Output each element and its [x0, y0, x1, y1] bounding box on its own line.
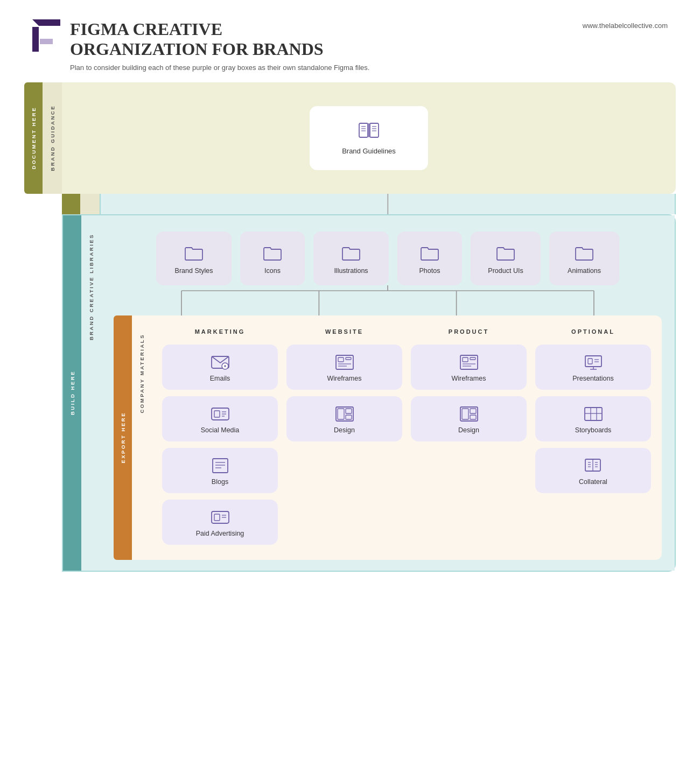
website-wireframes-label: Wireframes: [327, 375, 362, 382]
product-column: PRODUCT Wireframes: [411, 328, 527, 545]
folder-icon: [263, 244, 282, 262]
illustrations-label: Illustrations: [334, 267, 368, 275]
website-design-label: Design: [334, 426, 355, 434]
document-here-label: DOCUMENT HERE: [24, 82, 43, 194]
header-url: www.thelabelcollective.com: [583, 22, 668, 30]
export-here-label: EXPORT HERE: [114, 315, 132, 560]
collateral-label: Collateral: [579, 478, 607, 486]
tree-connector-area: [119, 285, 656, 315]
brand-guidelines-card: Brand Guidelines: [310, 106, 428, 170]
mat-card-blogs: Blogs: [162, 448, 278, 493]
svg-rect-56: [588, 359, 592, 364]
svg-rect-3: [359, 123, 368, 137]
library-card-photos: Photos: [397, 231, 462, 285]
svg-rect-1: [32, 27, 39, 52]
mat-card-website-wireframes: Wireframes: [286, 345, 402, 390]
emails-label: Emails: [210, 375, 230, 382]
svg-rect-2: [40, 39, 53, 44]
social-media-label: Social Media: [201, 426, 240, 434]
mat-card-paid-advertising: Paid Advertising: [162, 500, 278, 545]
marketing-column: MARKETING Emails: [162, 328, 278, 545]
svg-rect-49: [460, 407, 478, 421]
website-header: WEBSITE: [286, 328, 402, 335]
paid-advertising-icon: [211, 509, 230, 525]
logo-icon: [32, 19, 60, 52]
svg-rect-37: [346, 357, 351, 360]
svg-rect-52: [470, 415, 476, 419]
storyboards-label: Storyboards: [575, 426, 611, 434]
product-design-label: Design: [458, 426, 479, 434]
page-title: FIGMA CREATIVE ORGANIZATION FOR BRANDS: [70, 19, 369, 59]
mat-card-product-design: Design: [411, 396, 527, 441]
optional-header: OPTIONAL: [535, 328, 651, 335]
design-icon-2: [459, 406, 479, 422]
mat-card-presentations: Presentations: [535, 345, 651, 390]
brand-guidance-vert-label: BRAND GUIDANCE: [43, 82, 62, 194]
svg-rect-59: [585, 408, 602, 420]
presentations-label: Presentations: [572, 375, 613, 382]
library-card-icons: Icons: [240, 231, 305, 285]
svg-rect-45: [463, 357, 468, 362]
svg-marker-0: [32, 19, 60, 26]
storyboards-icon: [584, 406, 603, 422]
tree-svg: [119, 285, 656, 315]
mat-card-collateral: Collateral: [535, 448, 651, 493]
mat-card-product-wireframes: Wireframes: [411, 345, 527, 390]
product-wireframes-label: Wireframes: [452, 375, 486, 382]
mat-card-emails: Emails: [162, 345, 278, 390]
optional-column: OPTIONAL: [535, 328, 651, 545]
folder-icon: [575, 244, 594, 262]
folder-icon: [496, 244, 515, 262]
svg-rect-23: [214, 411, 220, 417]
library-card-product-uis: Product UIs: [471, 231, 541, 285]
svg-rect-41: [338, 409, 344, 419]
collateral-icon: [584, 458, 603, 474]
connector-bg-to-libs: [62, 194, 676, 214]
library-card-animations: Animations: [549, 231, 619, 285]
svg-rect-43: [346, 415, 352, 419]
materials-columns-area: MARKETING Emails: [151, 315, 662, 560]
brand-creative-vert-label: BRAND CREATIVE LIBRARIES: [81, 215, 101, 571]
svg-rect-42: [346, 409, 352, 413]
photos-label: Photos: [419, 267, 440, 275]
wireframes-icon: [335, 354, 354, 370]
library-card-brand-styles: Brand Styles: [156, 231, 232, 285]
folder-icon: [341, 244, 361, 262]
header-subtitle: Plan to consider building each of these …: [70, 64, 369, 72]
header: FIGMA CREATIVE ORGANIZATION FOR BRANDS P…: [0, 0, 700, 82]
outer-teal-frame: BUILD HERE BRAND CREATIVE LIBRARIES Bran…: [62, 214, 676, 572]
design-icon: [335, 406, 354, 422]
email-icon: [211, 354, 230, 370]
brand-guidance-box: Brand Guidelines: [62, 82, 676, 194]
materials-columns: MARKETING Emails: [162, 328, 651, 545]
build-here-label: BUILD HERE: [63, 215, 81, 571]
company-materials-section: EXPORT HERE COMPANY MATERIALS MARKETING: [114, 315, 662, 560]
blogs-label: Blogs: [212, 478, 228, 486]
svg-rect-4: [370, 123, 379, 137]
header-left: FIGMA CREATIVE ORGANIZATION FOR BRANDS P…: [32, 19, 369, 72]
brand-styles-label: Brand Styles: [175, 267, 213, 275]
svg-rect-51: [470, 409, 476, 413]
brand-guidance-section: DOCUMENT HERE BRAND GUIDANCE: [24, 82, 676, 194]
website-column: WEBSITE Wireframes: [286, 328, 402, 545]
folder-icon: [184, 244, 204, 262]
blogs-icon: [211, 458, 230, 474]
book-icon: [358, 121, 380, 141]
mat-card-storyboards: Storyboards: [535, 396, 651, 441]
brand-guidelines-label: Brand Guidelines: [342, 147, 396, 155]
paid-advertising-label: Paid Advertising: [196, 530, 244, 537]
svg-rect-36: [338, 357, 344, 362]
svg-rect-40: [336, 407, 353, 421]
product-uis-label: Product UIs: [488, 267, 523, 275]
brand-creative-content: Brand Styles Icons Illustr: [101, 215, 675, 571]
company-materials-vert-label: COMPANY MATERIALS: [132, 315, 151, 560]
marketing-header: MARKETING: [162, 328, 278, 335]
header-titles: FIGMA CREATIVE ORGANIZATION FOR BRANDS P…: [70, 19, 369, 72]
library-card-illustrations: Illustrations: [313, 231, 389, 285]
mat-card-social-media: Social Media: [162, 396, 278, 441]
mat-card-website-design: Design: [286, 396, 402, 441]
icons-label: Icons: [264, 267, 281, 275]
svg-rect-27: [213, 459, 228, 473]
svg-rect-50: [462, 409, 468, 419]
presentations-icon: [584, 354, 603, 370]
